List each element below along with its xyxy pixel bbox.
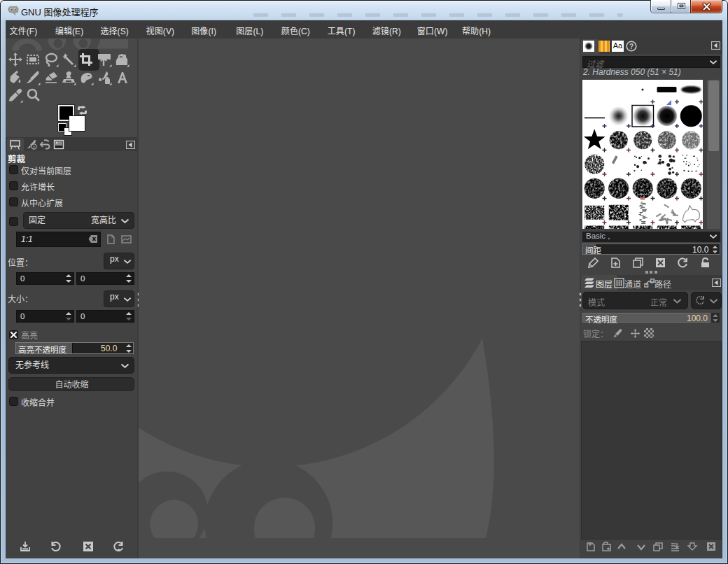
svg-text:?: ? (629, 43, 634, 50)
svg-text:i: i (34, 144, 35, 149)
